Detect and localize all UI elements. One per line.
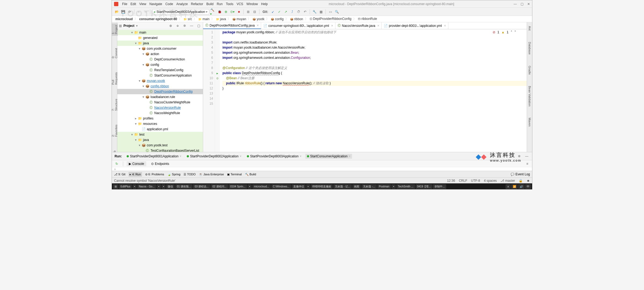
debug-icon[interactable]: 🐞 — [217, 9, 222, 15]
taskbar-btn-4[interactable]: • — [162, 184, 166, 189]
editor-tab-2[interactable]: ⒸNacosVersionRule.java× — [335, 22, 382, 29]
coverage-icon[interactable]: ⊕ — [223, 9, 229, 15]
run-icon[interactable]: 🔨▸ — [210, 9, 216, 15]
git-update-icon[interactable]: ↙ — [270, 9, 276, 15]
menu-tools[interactable]: Tools — [224, 2, 235, 6]
menu-analyze[interactable]: Analyze — [175, 2, 189, 6]
menu-file[interactable]: File — [120, 2, 129, 6]
breadcrumb-6[interactable]: 📦 yootk — [252, 17, 265, 21]
maximize-icon[interactable]: ▢ — [521, 2, 524, 6]
tree-nacos_weight_rule[interactable]: ⒸNacosWeightRule — [117, 110, 203, 116]
tree-rest_template_config[interactable]: ⒸRestTemplateConfig — [117, 67, 203, 73]
bottom-tab-ent[interactable]: ☕ Java Enterprise — [199, 173, 224, 176]
menu-run[interactable]: Run — [215, 2, 224, 6]
taskbar-btn-2[interactable]: Nacos - Go... — [137, 184, 156, 189]
editor-tab-1[interactable]: 📄consumer-springboot-80\...\application.… — [261, 22, 335, 29]
taskbar-btn-13[interactable]: 直播伴侣 — [292, 184, 306, 189]
taskbar-btn-15[interactable]: 哔哩哔哩直播姬 — [311, 184, 333, 189]
taskbar-btn-20[interactable]: • — [391, 184, 396, 189]
taskbar-btn-17[interactable]: 画图 — [352, 184, 361, 189]
left-tab-3[interactable]: 7: Structure — [112, 97, 118, 113]
menu-help[interactable]: Help — [259, 2, 269, 6]
tree-test_config_based[interactable]: ⒸTestConfigurationBasedServerList — [117, 148, 203, 152]
structure-icon[interactable]: ▦ — [318, 9, 324, 15]
menu-vcs[interactable]: VCS — [235, 2, 245, 6]
select-opened-icon[interactable]: ⊕ — [168, 23, 173, 28]
git-history-icon[interactable]: ⤴ — [290, 9, 295, 15]
right-tab-4[interactable]: Maven — [528, 116, 531, 128]
git-revert-icon[interactable]: ↶ — [302, 9, 308, 15]
tree-nacos_cluster_weight_rule[interactable]: ⒸNacosClusterWeightRule — [117, 100, 203, 105]
menu-view[interactable]: View — [138, 2, 148, 6]
taskbar-btn-3[interactable]: • — [157, 184, 161, 189]
right-tab-1[interactable]: Database — [528, 40, 531, 56]
tree-muyan_yootk[interactable]: ▾📦muyan.yootk — [117, 78, 203, 84]
taskbar-btn-0[interactable]: EditPlus — [119, 184, 132, 189]
menu-build[interactable]: Build — [205, 2, 215, 6]
tree-generated[interactable]: 📁generated — [117, 35, 203, 41]
tree-dept_provider_ribbon_config[interactable]: ⒸDeptProviderRibbonConfig — [117, 89, 203, 94]
breadcrumb-1[interactable]: consumer-springboot-80 — [138, 17, 178, 21]
forward-icon[interactable]: → — [143, 9, 148, 15]
taskbar-btn-7[interactable]: 03 课程说... — [193, 184, 210, 189]
overflow-icon[interactable]: ≡ — [525, 161, 530, 166]
taskbar-btn-14[interactable]: • — [306, 184, 310, 189]
expand-all-icon[interactable]: ≑ — [175, 23, 180, 28]
back-icon[interactable]: ← — [136, 9, 142, 15]
layout-icon[interactable]: ▭ — [328, 9, 333, 15]
taskbar-btn-12[interactable]: C:\Windows... — [271, 184, 291, 189]
breadcrumb-3[interactable]: 📁 main — [197, 17, 210, 21]
event-log-button[interactable]: 💬 Event Log — [511, 172, 530, 176]
menu-navigate[interactable]: Navigate — [148, 2, 164, 6]
run-tab-3[interactable]: StartConsumerApplication× — [305, 154, 352, 159]
taskbar-btn-5[interactable]: 微信 — [166, 184, 175, 189]
more2-icon[interactable]: ⊟ — [252, 9, 257, 15]
profile-icon[interactable]: ⊙▾ — [230, 9, 235, 15]
settings-icon[interactable]: 🔧 — [312, 9, 317, 15]
line-ending[interactable]: CRLF — [459, 179, 467, 183]
run-tab-2[interactable]: StartProviderDept8003Application× — [245, 154, 303, 159]
breadcrumb-0[interactable]: microcloud — [115, 17, 134, 21]
bottom-tab-run[interactable]: ▸ 4: Run — [129, 172, 142, 177]
taskbar-btn-10[interactable]: • — [248, 184, 252, 189]
stop-icon[interactable]: ■ — [236, 9, 241, 15]
tree-java[interactable]: ▾📁java — [117, 41, 203, 46]
menu-refactor[interactable]: Refactor — [189, 2, 205, 6]
face-icon[interactable]: ☻ — [526, 179, 530, 183]
bottom-tab-build[interactable]: 🔨 Build — [245, 173, 256, 176]
taskbar-btn-19[interactable]: Postman — [377, 184, 391, 189]
run-config-selector[interactable]: ▸ StartProviderDept8003Application ▾ — [152, 9, 209, 15]
editor-tab-3[interactable]: 📄provider-dept-8001\...\application.yml× — [382, 22, 448, 29]
taskbar-btn-16[interactable]: 无标题 - 记... — [333, 184, 352, 189]
tree-action[interactable]: ▾📦action — [117, 51, 203, 57]
tree-com_yootk_consumer[interactable]: ▾📦com.yootk.consumer — [117, 46, 203, 51]
taskbar-btn-6[interactable]: 01 课前预... — [175, 184, 192, 189]
endpoints-tab[interactable]: ⊙ Endpoints — [149, 161, 171, 166]
editor-tab-0[interactable]: ⒸDeptProviderRibbonConfig.java× — [203, 22, 261, 29]
tree-main[interactable]: ▾📁main — [117, 30, 203, 35]
bottom-tab-term[interactable]: ▣ Terminal — [227, 173, 241, 176]
breadcrumb-7[interactable]: 📦 config — [270, 17, 284, 21]
breadcrumb-10[interactable]: ⓜ ribbonRule — [357, 17, 378, 21]
taskbar-btn-18[interactable]: 无标题 -... — [361, 184, 376, 189]
tree-config_ribbon[interactable]: ▾📦config.ribbon — [117, 84, 203, 89]
hide-icon[interactable]: ▢ — [196, 23, 201, 28]
start-button[interactable]: ⊞ — [113, 184, 118, 189]
indent[interactable]: 4 spaces — [484, 179, 497, 183]
bottom-tab-todo[interactable]: ☰ TODO — [184, 173, 195, 176]
collapse-icon[interactable]: ✲ — [182, 23, 187, 28]
left-tab-2[interactable]: Pull Requests — [112, 71, 118, 86]
right-tab-3[interactable]: Bean Validation — [528, 84, 531, 108]
left-tab-0[interactable]: 1: Project — [112, 23, 118, 36]
console-tab[interactable]: ▶ Console — [127, 161, 146, 166]
run-tab-1[interactable]: StartProviderDept8002Application× — [185, 154, 243, 159]
breadcrumb-4[interactable]: 📁 java — [215, 17, 227, 21]
chevron-up-icon[interactable]: ˄ — [511, 30, 512, 34]
tree-profiles[interactable]: ▸📁profiles — [117, 116, 203, 121]
git-branch[interactable]: ⎇ master — [500, 179, 515, 183]
right-tab-0[interactable]: Ant — [528, 24, 531, 32]
open-icon[interactable]: 📂 — [114, 9, 119, 15]
settings-dd-icon[interactable]: — — [189, 23, 194, 28]
more-icon[interactable]: ⊞ — [246, 9, 251, 15]
left-tab-1[interactable]: 0: Commit — [112, 46, 118, 60]
